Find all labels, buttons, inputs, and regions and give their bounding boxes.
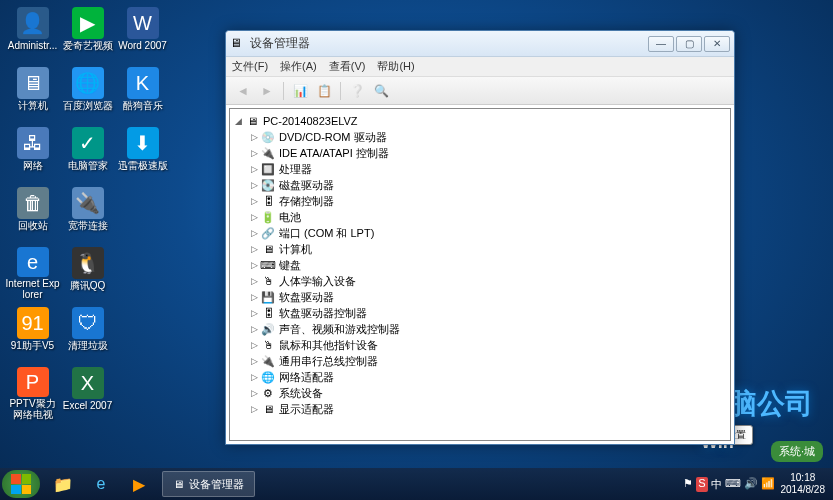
tree-node[interactable]: ▷🌐网络适配器 <box>248 369 728 385</box>
desktop-icon[interactable]: ✓电脑管家 <box>60 125 115 180</box>
tray-ime-icon[interactable]: S <box>696 477 707 492</box>
pinned-media[interactable]: ▶ <box>120 470 158 498</box>
tree-node[interactable]: ▷🔊声音、视频和游戏控制器 <box>248 321 728 337</box>
desktop-icon[interactable]: 🛡清理垃圾 <box>60 305 115 360</box>
refresh-button[interactable]: 🔍 <box>370 80 392 102</box>
tray-sound-icon[interactable]: 🔊 <box>744 477 758 492</box>
expand-icon[interactable]: ▷ <box>248 132 260 142</box>
tree-node[interactable]: ▷⌨键盘 <box>248 257 728 273</box>
expand-icon[interactable]: ▷ <box>248 260 260 270</box>
collapse-icon[interactable]: ◢ <box>232 116 244 126</box>
expand-icon[interactable]: ▷ <box>248 404 260 414</box>
expand-icon[interactable]: ▷ <box>248 308 260 318</box>
tree-node[interactable]: ▷🖱人体学输入设备 <box>248 273 728 289</box>
app-icon: e <box>17 247 49 277</box>
desktop-icon[interactable]: 🐧腾讯QQ <box>60 245 115 300</box>
taskbar: 📁 e ▶ 🖥设备管理器 ⚑ S 中 ⌨ 🔊 📶 10:18 2014/8/28 <box>0 468 833 500</box>
desktop-icon[interactable]: eInternet Explorer <box>5 245 60 300</box>
desktop-icon[interactable]: 🖥计算机 <box>5 65 60 120</box>
icon-label: 清理垃圾 <box>68 340 108 351</box>
menu-action[interactable]: 操作(A) <box>280 59 317 74</box>
tree-node[interactable]: ▷🔗端口 (COM 和 LPT) <box>248 225 728 241</box>
tree-node[interactable]: ▷🔌通用串行总线控制器 <box>248 353 728 369</box>
help-button[interactable]: ❔ <box>346 80 368 102</box>
desktop-icon[interactable]: ⬇迅雷极速版 <box>115 125 170 180</box>
expand-icon[interactable]: ▷ <box>248 212 260 222</box>
expand-icon[interactable]: ▷ <box>248 196 260 206</box>
tray-icons[interactable]: ⚑ S 中 ⌨ 🔊 📶 <box>683 477 774 492</box>
tree-node[interactable]: ▷🔲处理器 <box>248 161 728 177</box>
clock[interactable]: 10:18 2014/8/28 <box>781 472 826 496</box>
node-label: 磁盘驱动器 <box>279 178 334 193</box>
tree-node[interactable]: ▷🖥显示适配器 <box>248 401 728 417</box>
device-category-icon: 🔗 <box>260 226 276 240</box>
tray-network-icon[interactable]: 📶 <box>761 477 775 492</box>
pinned-ie[interactable]: e <box>82 470 120 498</box>
desktop-icon[interactable]: 9191助手V5 <box>5 305 60 360</box>
node-label: 软盘驱动器 <box>279 290 334 305</box>
expand-icon[interactable]: ▷ <box>248 148 260 158</box>
menu-help[interactable]: 帮助(H) <box>377 59 414 74</box>
show-hidden-button[interactable]: 📊 <box>289 80 311 102</box>
expand-icon[interactable]: ▷ <box>248 340 260 350</box>
desktop-icon[interactable]: 👤Administr... <box>5 5 60 60</box>
tree-node[interactable]: ▷💽磁盘驱动器 <box>248 177 728 193</box>
titlebar[interactable]: 🖥 设备管理器 — ▢ ✕ <box>226 31 734 57</box>
desktop-icon[interactable]: 🗑回收站 <box>5 185 60 240</box>
menu-view[interactable]: 查看(V) <box>329 59 366 74</box>
expand-icon[interactable]: ▷ <box>248 164 260 174</box>
tree-node[interactable]: ▷🖥计算机 <box>248 241 728 257</box>
pinned-explorer[interactable]: 📁 <box>44 470 82 498</box>
minimize-button[interactable]: — <box>648 36 674 52</box>
desktop-icon[interactable]: 🖧网络 <box>5 125 60 180</box>
app-icon: 👤 <box>17 7 49 39</box>
desktop-icon[interactable]: XExcel 2007 <box>60 365 115 420</box>
close-button[interactable]: ✕ <box>704 36 730 52</box>
tree-node[interactable]: ▷💿DVD/CD-ROM 驱动器 <box>248 129 728 145</box>
expand-icon[interactable]: ▷ <box>248 324 260 334</box>
expand-icon[interactable]: ▷ <box>248 388 260 398</box>
expand-icon[interactable]: ▷ <box>248 276 260 286</box>
tray-keyboard-icon[interactable]: ⌨ <box>725 477 741 492</box>
app-icon: 🖧 <box>17 127 49 159</box>
expand-icon[interactable]: ▷ <box>248 244 260 254</box>
icon-label: Internet Explorer <box>6 278 60 300</box>
start-button[interactable] <box>2 470 40 498</box>
tree-node[interactable]: ▷⚙系统设备 <box>248 385 728 401</box>
desktop-icon[interactable]: K酷狗音乐 <box>115 65 170 120</box>
expand-icon[interactable]: ▷ <box>248 180 260 190</box>
maximize-button[interactable]: ▢ <box>676 36 702 52</box>
tree-node[interactable]: ▷🖱鼠标和其他指针设备 <box>248 337 728 353</box>
desktop-icon[interactable]: ▶爱奇艺视频 <box>60 5 115 60</box>
icon-label: 计算机 <box>18 100 48 111</box>
tree-node[interactable]: ▷💾软盘驱动器 <box>248 289 728 305</box>
device-tree-area[interactable]: ◢ 🖥 PC-20140823ELVZ ▷💿DVD/CD-ROM 驱动器▷🔌ID… <box>229 108 731 441</box>
tree-node[interactable]: ▷🎛软盘驱动器控制器 <box>248 305 728 321</box>
menu-file[interactable]: 文件(F) <box>232 59 268 74</box>
taskbar-task[interactable]: 🖥设备管理器 <box>162 471 255 497</box>
icon-label: PPTV聚力 网络电视 <box>6 398 60 420</box>
expand-icon[interactable]: ▷ <box>248 292 260 302</box>
desktop-icon[interactable]: WWord 2007 <box>115 5 170 60</box>
desktop-icon[interactable]: PPPTV聚力 网络电视 <box>5 365 60 420</box>
app-icon: K <box>127 67 159 99</box>
expand-icon[interactable]: ▷ <box>248 372 260 382</box>
tray-flag-icon[interactable]: ⚑ <box>683 477 693 492</box>
tree-node[interactable]: ▷🔌IDE ATA/ATAPI 控制器 <box>248 145 728 161</box>
properties-button[interactable]: 📋 <box>313 80 335 102</box>
tree-root-node[interactable]: ◢ 🖥 PC-20140823ELVZ <box>232 113 728 129</box>
icon-label: Word 2007 <box>118 40 167 51</box>
tray-lang-icon[interactable]: 中 <box>711 477 722 492</box>
tree-node[interactable]: ▷🎛存储控制器 <box>248 193 728 209</box>
device-category-icon: 🔋 <box>260 210 276 224</box>
tree-node[interactable]: ▷🔋电池 <box>248 209 728 225</box>
device-category-icon: ⌨ <box>260 258 276 272</box>
expand-icon[interactable]: ▷ <box>248 356 260 366</box>
icon-label: 宽带连接 <box>68 220 108 231</box>
desktop-icon[interactable]: 🔌宽带连接 <box>60 185 115 240</box>
app-icon: ▶ <box>72 7 104 39</box>
icon-label: 酷狗音乐 <box>123 100 163 111</box>
app-icon: 🗑 <box>17 187 49 219</box>
expand-icon[interactable]: ▷ <box>248 228 260 238</box>
desktop-icon[interactable]: 🌐百度浏览器 <box>60 65 115 120</box>
